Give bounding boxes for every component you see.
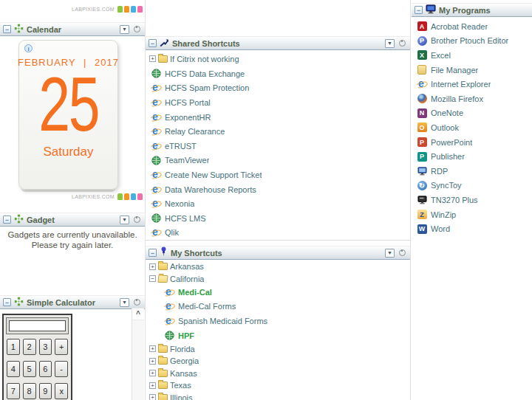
shortcut-link[interactable]: RDP [412, 164, 532, 179]
shortcut-link[interactable]: e Medi-Cal Forms [146, 300, 410, 314]
options-icon[interactable] [134, 216, 140, 223]
calculator-button[interactable]: 7 [7, 383, 20, 399]
folder-row[interactable]: + If Citrix not working [146, 51, 410, 66]
shortcut-link[interactable]: e ExponentHR [146, 110, 410, 125]
calculator-button[interactable]: x [55, 383, 68, 399]
shortcut-link[interactable]: e Spanish Medicaid Forms [146, 314, 410, 328]
calendar-day-number: 25 [38, 71, 98, 139]
folder-row[interactable]: − California [146, 273, 410, 286]
folder-row[interactable]: + Texas [146, 379, 410, 392]
shortcut-link[interactable]: TeamViewer [146, 154, 410, 168]
collapse-button[interactable]: − [3, 25, 11, 33]
shortcut-link[interactable]: TN3270 Plus [412, 193, 532, 207]
calculator-button[interactable]: 8 [23, 383, 36, 399]
folder-label: Texas [170, 381, 191, 390]
shortcut-label: TN3270 Plus [431, 196, 478, 204]
calculator-display[interactable] [9, 320, 66, 331]
calculator-button[interactable]: 4 [7, 361, 20, 377]
options-icon[interactable] [134, 299, 140, 306]
folder-label: Illinois [170, 393, 193, 400]
shortcut-link[interactable]: P Brother Ptouch Editor [412, 34, 532, 49]
shortcut-link[interactable]: e Data Warehouse Reports [146, 182, 410, 197]
dropdown-icon[interactable]: ▼ [120, 298, 129, 307]
labpixies-link[interactable]: LABPIXIES.COM [72, 194, 115, 199]
calculator-button[interactable]: 2 [23, 339, 36, 355]
expand-toggle[interactable]: + [149, 55, 156, 62]
right-column: − My Programs A Acrobat Reader P Brother… [412, 0, 532, 400]
widget-title: My Programs [439, 6, 491, 15]
collapse-button[interactable]: − [149, 249, 157, 257]
ie-icon: e [164, 287, 174, 297]
folder-row[interactable]: + Arkansas [146, 261, 410, 273]
calculator-button[interactable]: + [55, 339, 68, 355]
shortcut-link[interactable]: e Qlik [146, 226, 410, 241]
calculator-button[interactable]: 1 [7, 339, 20, 355]
dropdown-icon[interactable]: ▼ [385, 249, 395, 258]
shortcut-link[interactable]: e HCFS Spam Protection [146, 81, 410, 96]
expand-toggle[interactable]: − [149, 275, 156, 282]
shortcut-link[interactable]: X Excel [412, 48, 532, 63]
calculator-scrollbar[interactable]: ^ [132, 308, 144, 400]
calculator-button[interactable]: 6 [39, 361, 52, 377]
folder-row[interactable]: + Kansas [146, 367, 410, 379]
collapse-button[interactable]: − [149, 39, 157, 47]
expand-toggle[interactable]: + [149, 263, 156, 270]
shortcut-link[interactable]: HPF [146, 328, 410, 343]
calculator-button[interactable]: - [55, 361, 68, 377]
shortcut-link[interactable]: e Nexonia [146, 196, 410, 211]
shortcut-link[interactable]: e HCFS Portal [146, 95, 410, 110]
calendar-page: i FEBRUARY | 2017 25 Saturday [18, 40, 118, 190]
expand-toggle[interactable]: + [149, 358, 156, 365]
shortcut-link[interactable]: HCFS LMS [146, 211, 410, 226]
dropdown-icon[interactable]: ▼ [385, 39, 395, 48]
shortcut-link[interactable]: P Publisher [412, 149, 532, 164]
shortcut-link[interactable]: W Word [412, 221, 532, 236]
labpixies-banner: LABPIXIES.COM [72, 6, 143, 13]
calculator-button[interactable]: 9 [39, 383, 52, 399]
ie-icon: e [151, 97, 161, 108]
widget-title: Simple Calculator [27, 298, 95, 307]
calculator-button[interactable]: 3 [39, 339, 52, 355]
expand-toggle[interactable]: + [149, 370, 156, 376]
options-icon[interactable] [399, 249, 406, 256]
pixie-pink-icon [137, 193, 143, 200]
shortcut-link[interactable]: File Manager [412, 63, 532, 77]
expand-toggle[interactable]: + [149, 345, 156, 352]
folder-row[interactable]: + Illinois [146, 391, 410, 400]
shortcut-link[interactable]: e Create New Support Ticket [146, 168, 410, 182]
shortcut-link[interactable]: N OneNote [412, 106, 532, 121]
shortcut-label: Medi-Cal Forms [178, 302, 236, 311]
folder-icon [158, 55, 168, 63]
expand-toggle[interactable]: + [149, 382, 156, 389]
options-icon[interactable] [134, 26, 140, 32]
folder-row[interactable]: + Georgia [146, 355, 410, 368]
shared-shortcuts-header: − Shared Shortcuts ▼ [146, 36, 410, 50]
shortcut-link[interactable]: e Medi-Cal [146, 285, 410, 300]
shortcut-link[interactable]: e Relay Clearance [146, 124, 410, 139]
dropdown-icon[interactable]: ▼ [120, 215, 129, 224]
collapse-button[interactable]: − [3, 215, 11, 224]
pixie-orange-icon [124, 6, 129, 13]
collapse-button[interactable]: − [3, 298, 11, 306]
folder-row[interactable]: + Florida [146, 342, 410, 355]
dropdown-icon[interactable]: ▼ [120, 25, 129, 34]
expand-toggle[interactable]: + [149, 394, 156, 400]
shortcut-link[interactable]: A Acrobat Reader [412, 19, 532, 34]
shortcut-link[interactable]: Z WinZip [412, 207, 532, 222]
shortcut-link[interactable]: e eTRUST [146, 139, 410, 154]
collapse-button[interactable]: − [415, 6, 423, 14]
scroll-up-arrow[interactable]: ^ [132, 308, 144, 320]
info-icon[interactable]: i [24, 44, 33, 52]
shortcut-link[interactable]: HCFS Data Exchange [146, 66, 410, 81]
shortcut-link[interactable]: O Outlook [412, 120, 532, 135]
left-column: LABPIXIES.COM − Calendar ▼ i FEBRUARY | … [0, 0, 145, 400]
shortcut-link[interactable]: ↻ SyncToy [412, 179, 532, 193]
shortcut-label: File Manager [431, 66, 478, 75]
options-icon[interactable] [399, 40, 406, 46]
shortcut-link[interactable]: Mozilla Firefox [412, 92, 532, 106]
calculator-button[interactable]: 5 [23, 361, 36, 377]
labpixies-link[interactable]: LABPIXIES.COM [72, 7, 115, 12]
shortcut-link[interactable]: P PowerPoint [412, 135, 532, 150]
shortcut-link[interactable]: e Internet Explorer [412, 77, 532, 92]
shortcut-label: HCFS Data Exchange [165, 69, 245, 78]
